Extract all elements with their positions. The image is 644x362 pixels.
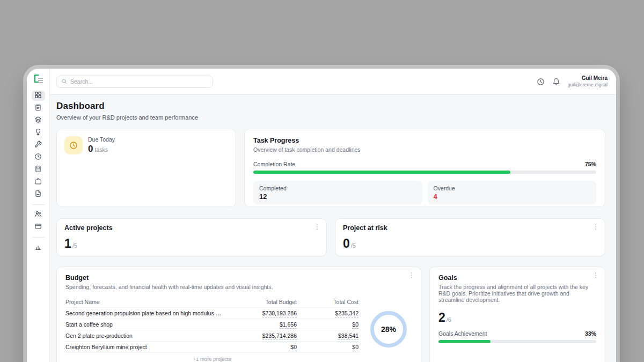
active-projects-total: /5 bbox=[72, 242, 77, 249]
goals-title: Goals bbox=[438, 274, 596, 282]
more-projects-link[interactable]: +1 more projects bbox=[65, 356, 358, 362]
due-today-value: 0 bbox=[88, 144, 93, 154]
sidebar-item-documents[interactable] bbox=[32, 189, 45, 200]
total-budget-cell[interactable]: $235,714.286 bbox=[262, 333, 297, 340]
clipboard-icon bbox=[34, 104, 42, 113]
logo-line bbox=[38, 80, 43, 81]
task-progress-card: Task Progress Overview of task completio… bbox=[244, 129, 605, 207]
lightbulb-icon bbox=[34, 128, 42, 138]
due-today-card: Due Today 0tasks bbox=[56, 129, 236, 207]
budget-donut-chart: 28% bbox=[370, 311, 407, 348]
budget-title: Budget bbox=[65, 274, 412, 282]
budget-donut-value: 28% bbox=[381, 325, 396, 334]
main-content: Dashboard Overview of your R&D projects … bbox=[50, 95, 616, 362]
budget-table-header: Project Name Total Budget Total Cost bbox=[65, 297, 358, 308]
dashboard-grid-icon bbox=[34, 91, 42, 101]
user-email: guil@creme.digital bbox=[568, 82, 608, 88]
app-logo-icon[interactable] bbox=[33, 75, 43, 84]
search-icon bbox=[61, 77, 67, 86]
budget-table: Project Name Total Budget Total Cost Sec… bbox=[65, 297, 358, 362]
goals-progress-bar bbox=[438, 340, 596, 343]
goals-card: Goals ⋮ Track the progress and alignment… bbox=[429, 267, 605, 362]
clock-icon bbox=[34, 153, 42, 162]
overdue-label: Overdue bbox=[434, 185, 591, 191]
completed-label: Completed bbox=[259, 185, 416, 191]
app-window: V1.0 Guil Meira guil@creme.digital Dashb… bbox=[27, 69, 616, 362]
kebab-menu-icon[interactable]: ⋮ bbox=[314, 224, 320, 230]
sidebar-item-team[interactable] bbox=[32, 210, 45, 220]
sidebar-item-time[interactable] bbox=[32, 152, 45, 162]
table-row[interactable]: Start a coffee shop $1,656 $0 bbox=[65, 319, 358, 330]
completed-stat-box: Completed 12 bbox=[253, 181, 422, 204]
total-cost-cell[interactable]: $235,342 bbox=[335, 310, 358, 317]
column-total-cost: Total Cost bbox=[297, 299, 358, 305]
sidebar-item-billing[interactable] bbox=[32, 222, 45, 232]
project-name-cell: Start a coffee shop bbox=[65, 321, 227, 328]
goals-progress-fill bbox=[438, 340, 491, 343]
due-today-label: Due Today bbox=[88, 136, 115, 143]
active-projects-card: Active projects ⋮ 1/5 bbox=[56, 218, 327, 256]
sidebar-item-analytics[interactable] bbox=[32, 242, 45, 253]
budget-card: Budget ⋮ Spending, forecasts, and financ… bbox=[56, 267, 421, 362]
active-projects-value: 1 bbox=[64, 237, 71, 250]
sidebar-item-projects[interactable] bbox=[32, 177, 45, 187]
total-cost-cell[interactable]: $0 bbox=[352, 321, 358, 329]
column-project-name: Project Name bbox=[65, 299, 227, 305]
logo-line bbox=[39, 82, 43, 83]
credit-card-icon bbox=[34, 223, 42, 232]
project-name-cell: Creighton Beryllium mine project bbox=[65, 344, 227, 350]
topbar: Guil Meira guil@creme.digital bbox=[50, 69, 616, 95]
sidebar-item-calculator[interactable] bbox=[32, 165, 45, 175]
project-at-risk-card: Project at risk ⋮ 0/5 bbox=[335, 218, 605, 256]
kebab-menu-icon[interactable]: ⋮ bbox=[408, 272, 415, 278]
kebab-menu-icon[interactable]: ⋮ bbox=[592, 224, 599, 230]
total-budget-cell[interactable]: $0 bbox=[290, 344, 297, 351]
project-at-risk-title: Project at risk bbox=[343, 224, 597, 232]
search-box[interactable] bbox=[56, 76, 213, 88]
goals-achievement-value: 33% bbox=[585, 330, 596, 337]
kebab-menu-icon[interactable]: ⋮ bbox=[592, 272, 599, 278]
sidebar-item-tasks[interactable] bbox=[32, 103, 45, 113]
logo-line bbox=[38, 78, 43, 79]
calculator-icon bbox=[34, 165, 42, 175]
task-progress-title: Task Progress bbox=[253, 137, 596, 144]
table-row[interactable]: Second generation propulsion plate based… bbox=[65, 308, 358, 319]
users-icon bbox=[34, 210, 42, 220]
overdue-stat-box: Overdue 4 bbox=[428, 181, 597, 204]
total-budget-cell[interactable]: $730,193.286 bbox=[262, 310, 297, 317]
completion-progress-bar bbox=[253, 171, 596, 174]
active-projects-title: Active projects bbox=[64, 224, 319, 232]
total-budget-cell[interactable]: $1,656 bbox=[280, 321, 297, 329]
table-row[interactable]: Creighton Beryllium mine project $0 $0 bbox=[65, 342, 358, 353]
goals-achievement-label: Goals Achievement bbox=[438, 330, 487, 337]
user-menu[interactable]: Guil Meira guil@creme.digital bbox=[568, 75, 608, 88]
layers-icon bbox=[34, 116, 42, 125]
due-today-unit: tasks bbox=[94, 146, 108, 153]
sidebar-divider bbox=[32, 204, 45, 205]
goals-value: 2 bbox=[438, 311, 445, 324]
goals-subtitle: Track the progress and alignment of all … bbox=[438, 284, 596, 303]
notifications-bell-icon[interactable] bbox=[552, 78, 560, 86]
search-input[interactable] bbox=[70, 78, 208, 85]
completion-rate-label: Completion Rate bbox=[253, 161, 295, 167]
page-title: Dashboard bbox=[56, 101, 605, 112]
page-subtitle: Overview of your R&D projects and team p… bbox=[56, 114, 605, 121]
sidebar-divider bbox=[32, 237, 45, 238]
total-cost-cell[interactable]: $38,541 bbox=[338, 333, 358, 340]
goals-total: /6 bbox=[447, 316, 451, 323]
sidebar-item-ideas[interactable] bbox=[32, 128, 45, 138]
completion-rate-value: 75% bbox=[585, 161, 596, 167]
overdue-value: 4 bbox=[434, 193, 591, 201]
sidebar-nav bbox=[32, 91, 45, 253]
column-total-budget: Total Budget bbox=[227, 299, 297, 305]
total-cost-cell[interactable]: $0 bbox=[352, 344, 358, 351]
table-row[interactable]: Gen 2 plate pre-production $235,714.286 … bbox=[65, 330, 358, 342]
sidebar-item-tools[interactable] bbox=[32, 140, 45, 150]
sidebar-item-layers[interactable] bbox=[32, 115, 45, 125]
sidebar-item-dashboard[interactable] bbox=[32, 91, 45, 101]
project-name-cell: Gen 2 plate pre-production bbox=[65, 333, 227, 339]
history-clock-icon[interactable] bbox=[537, 78, 545, 86]
completion-progress-fill bbox=[253, 171, 510, 174]
task-progress-subtitle: Overview of task completion and deadline… bbox=[253, 146, 596, 153]
project-name-cell: Second generation propulsion plate based… bbox=[65, 310, 227, 316]
